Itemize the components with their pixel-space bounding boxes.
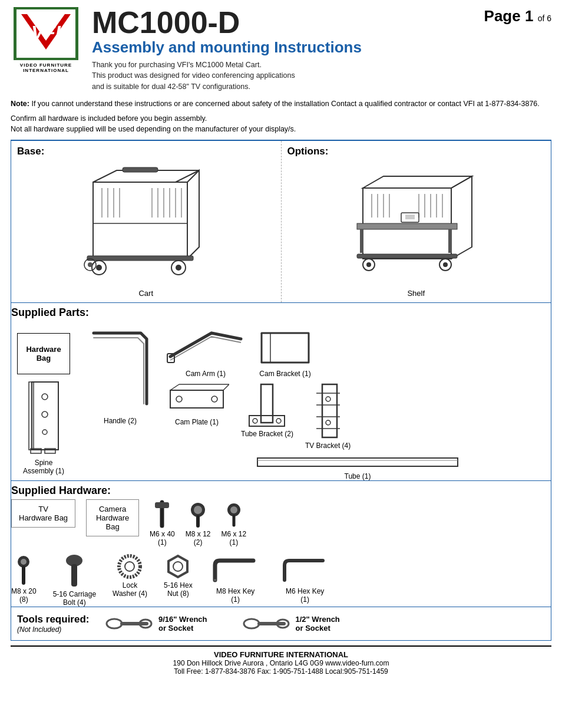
svg-marker-92 [168, 556, 187, 577]
logo-image: VFI [14, 7, 78, 60]
hex-nut-label: 5-16 Hex Nut (8) [164, 581, 193, 598]
cam-plate-label: Cam Plate (1) [175, 418, 219, 426]
svg-point-94 [107, 619, 122, 628]
svg-point-91 [125, 562, 134, 571]
svg-point-74 [326, 420, 330, 425]
tube-drawing [254, 453, 461, 471]
svg-rect-39 [360, 229, 363, 253]
tv-bracket-label: TV Bracket (4) [305, 442, 351, 450]
svg-marker-6 [187, 170, 199, 259]
cam-tube-row: Cam Plate (1) Tube Bracket (2) [164, 381, 551, 450]
m8x12-label: M8 x 12 (2) [186, 530, 211, 546]
wrench916-icon [105, 612, 153, 635]
tube-bracket-drawing [243, 381, 290, 429]
supplied-parts-header: Supplied Parts: [11, 303, 551, 321]
svg-point-80 [194, 506, 202, 514]
spine-drawing [14, 379, 73, 457]
tube-bracket-label: Tube Bracket (2) [241, 430, 293, 438]
cam-hw-bag: Camera Hardware Bag [86, 499, 139, 536]
logo-subtitle: VIDEO FURNITURE INTERNATIONAL [11, 62, 81, 73]
tube-label: Tube (1) [345, 472, 371, 480]
tv-bracket-drawing [313, 381, 343, 440]
svg-point-90 [119, 556, 140, 577]
svg-rect-41 [357, 254, 457, 258]
wrench916-item: 9/16" Wrench or Socket [105, 612, 207, 635]
svg-point-97 [244, 619, 259, 628]
base-options-container: Base: [11, 141, 551, 303]
shelf-drawing [351, 164, 481, 284]
base-options-row: Base: [11, 141, 551, 302]
m6x40-label: M6 x 40 (1) [150, 530, 175, 546]
cam-bracket-col: Cam Bracket (1) [256, 321, 315, 378]
svg-point-93 [173, 562, 183, 571]
supplied-parts-section: Supplied Parts: Hardware Bag [11, 303, 551, 481]
base-column: Base: [11, 141, 282, 302]
tv-bracket-col: TV Bracket (4) [305, 381, 351, 450]
svg-point-50 [42, 394, 48, 400]
m8x20-label: M8 x 20 (8) [11, 587, 37, 604]
svg-rect-40 [448, 229, 452, 253]
m8x20-item: M8 x 20 (8) [11, 554, 37, 604]
tube-bracket-col: Tube Bracket (2) [241, 381, 293, 438]
tv-hw-bag: TV Hardware Bag [11, 499, 75, 528]
svg-rect-78 [155, 502, 169, 508]
svg-rect-38 [357, 223, 457, 229]
tools-row: Tools required: (Not Included) 9/16" Wre… [11, 607, 551, 640]
options-label: Options: [287, 146, 329, 157]
handle-col: Handle (2) [82, 321, 158, 425]
handle-drawing [82, 321, 158, 416]
svg-rect-75 [257, 458, 458, 466]
svg-point-43 [366, 262, 371, 267]
hardware-bag-box: Hardware Bag [17, 333, 70, 374]
m8-hex-key-item: M8 Hex Key (1) [209, 554, 262, 604]
assembly-subtitle: Assembly and mounting Instructions [92, 39, 478, 56]
svg-rect-18 [87, 256, 193, 261]
spine-label: Spine Assembly (1) [23, 459, 64, 475]
m8x12-item: M8 x 12 (2) [186, 499, 211, 546]
svg-rect-4 [93, 182, 187, 259]
cam-bracket-label: Cam Bracket (1) [259, 370, 310, 378]
header-desc: Thank you for purchasing VFI's MC1000 Me… [92, 60, 478, 93]
svg-rect-48 [32, 382, 58, 450]
svg-rect-68 [322, 384, 337, 437]
header-title-block: MC1000-D Assembly and mounting Instructi… [92, 7, 478, 93]
tools-label-block: Tools required: (Not Included) [17, 614, 94, 634]
svg-point-60 [211, 396, 217, 402]
svg-marker-28 [451, 176, 472, 259]
carriage-bolt-label: 5-16 Carriage Bolt (4) [53, 590, 96, 607]
svg-point-45 [443, 262, 448, 267]
page-wrapper: VFI VIDEO FURNITURE INTERNATIONAL MC1000… [0, 0, 562, 684]
svg-rect-65 [249, 416, 285, 426]
cam-plate-col: Cam Plate (1) [164, 381, 229, 426]
supplied-hw-section: Supplied Hardware: TV Hardware Bag Camer… [11, 481, 551, 607]
hw-row1: TV Hardware Bag Camera Hardware Bag M6 x… [11, 499, 551, 546]
svg-point-59 [176, 396, 182, 402]
options-column: Options: [282, 141, 551, 302]
m8-hex-key-label: M8 Hex Key (1) [216, 587, 254, 604]
m6x12-label: M6 x 12 (1) [221, 530, 246, 546]
shelf-label: Shelf [407, 289, 425, 298]
right-parts-col: Cam Arm (1) Cam Bracket (1) [164, 321, 551, 480]
tools-section: Tools required: (Not Included) 9/16" Wre… [11, 607, 551, 641]
supplied-hw-header: Supplied Hardware: [11, 481, 551, 499]
lock-washer-item: Lock Washer (4) [113, 554, 147, 598]
supplied-parts-grid: Hardware Bag [11, 321, 551, 480]
cam-arm-drawing [164, 321, 247, 368]
tube-row: Tube (1) [164, 453, 551, 480]
wrench12-label: 1/2" Wrench or Socket [296, 615, 340, 633]
tools-not-included: (Not Included) [17, 625, 94, 634]
svg-point-51 [42, 411, 48, 417]
wrench12-item: 1/2" Wrench or Socket [243, 612, 340, 635]
cam-plate-drawing [164, 381, 229, 417]
wrench916-label: 9/16" Wrench or Socket [158, 615, 207, 633]
svg-point-22 [176, 265, 181, 271]
note-section: Note: If you cannot understand these ins… [11, 98, 551, 110]
svg-rect-25 [123, 167, 158, 172]
note-text: If you cannot understand these instructi… [31, 100, 539, 108]
model-title: MC1000-D [92, 7, 478, 38]
footer-company: VIDEO FURNITURE INTERNATIONAL [11, 650, 551, 659]
header: VFI VIDEO FURNITURE INTERNATIONAL MC1000… [11, 7, 551, 93]
note-label: Note: [11, 100, 29, 108]
cart-drawing [70, 164, 223, 284]
svg-point-83 [230, 506, 237, 513]
